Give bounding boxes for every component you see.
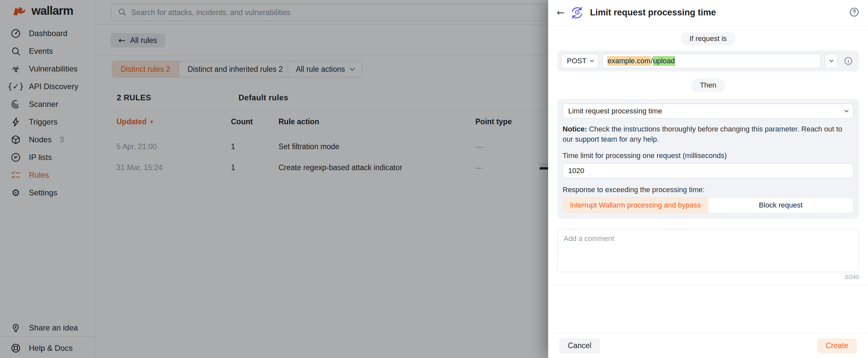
info-icon[interactable] (842, 56, 855, 66)
char-counter: 0/240 (557, 274, 859, 281)
chevron-down-icon (590, 58, 594, 62)
gear-icon: ⚙ (574, 9, 580, 16)
method-select[interactable]: POST (561, 54, 598, 68)
panel-divider (548, 285, 868, 285)
response-label: Response to exceeding the processing tim… (563, 186, 854, 194)
chevron-down-icon (829, 58, 834, 62)
uri-input[interactable]: example.com/upload (602, 54, 821, 68)
rule-editor-panel: ← ⚙ Limit request processing time If req… (548, 0, 868, 358)
response-segmented-control: Interrupt Wallarm processing and bypass … (563, 197, 854, 213)
wallarm-app: wallarm Dashboard Events ☣ Vulnerabiliti… (0, 0, 868, 358)
panel-back-button[interactable]: ← (557, 7, 564, 18)
rule-action-select[interactable]: Limit request processing time (563, 104, 854, 119)
chevron-down-icon (844, 108, 849, 112)
panel-header: ← ⚙ Limit request processing time (548, 0, 868, 26)
if-request-is-pill: If request is (681, 32, 736, 45)
time-limit-label: Time limit for processing one request (m… (563, 152, 854, 160)
action-card: Limit request processing time Notice: Ch… (557, 99, 859, 219)
uri-options-dropdown-button[interactable] (825, 54, 838, 68)
option-block-request[interactable]: Block request (708, 198, 853, 213)
rule-action-value: Limit request processing time (568, 107, 662, 116)
panel-body: If request is POST example.com/upload (548, 32, 868, 285)
method-value: POST (567, 57, 587, 65)
create-button[interactable]: Create (817, 338, 857, 353)
comment-textarea[interactable] (557, 229, 859, 272)
uri-path-token: upload (653, 56, 675, 66)
time-limit-input[interactable] (563, 163, 854, 178)
option-interrupt-bypass[interactable]: Interrupt Wallarm processing and bypass (563, 198, 708, 213)
cancel-button[interactable]: Cancel (559, 338, 600, 353)
uri-host-token: example.com (607, 56, 651, 66)
condition-row: POST example.com/upload (557, 51, 859, 71)
then-pill: Then (691, 79, 725, 92)
help-icon[interactable] (849, 7, 860, 19)
notice-text: Notice: Check the instructions thoroughl… (563, 124, 854, 144)
panel-footer: Cancel Create (548, 333, 868, 358)
processing-settings-icon: ⚙ (570, 6, 584, 20)
panel-title: Limit request processing time (590, 7, 716, 18)
